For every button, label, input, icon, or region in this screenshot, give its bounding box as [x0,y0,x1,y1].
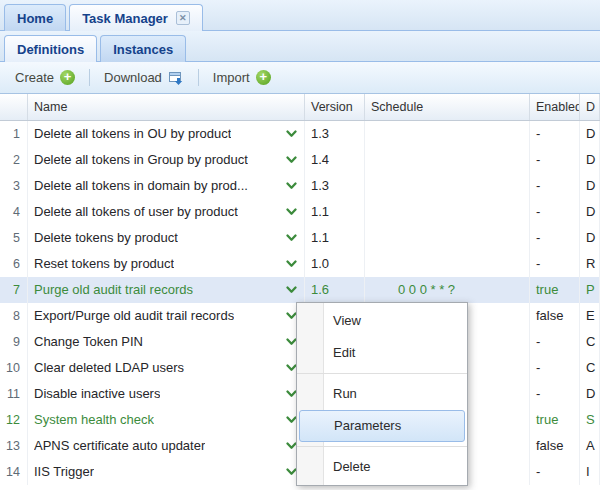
version-cell: 1.1 [305,199,365,225]
task-name: IIS Trigger [34,459,94,485]
table-row[interactable]: 4Delete all tokens of user by product1.1… [0,199,600,225]
task-name-cell: Reset tokens by product [28,251,305,277]
menu-separator [297,446,467,447]
toolbar-separator [198,69,199,86]
enabled-cell: - [530,251,580,277]
enabled-cell: - [530,329,580,355]
menu-item-run[interactable]: Run [297,378,467,410]
enabled-cell: false [530,433,580,459]
download-icon [168,70,184,86]
column-header-schedule[interactable]: Schedule [365,94,530,120]
schedule-cell [365,225,530,251]
enabled-cell: - [530,225,580,251]
task-name: Delete all tokens in domain by prod... [34,173,248,199]
import-button-label: Import [213,70,250,85]
menu-item-delete[interactable]: Delete [297,451,467,483]
enabled-cell: - [530,147,580,173]
schedule-cell [365,147,530,173]
task-name-cell: Delete all tokens in Group by product [28,147,305,173]
task-name-cell: Delete tokens by product [28,225,305,251]
column-header-description[interactable]: D [580,94,600,120]
import-button[interactable]: Import + [204,67,280,88]
main-tabbar: Home Task Manager ✕ [0,0,600,31]
row-number: 14 [0,459,28,485]
table-row[interactable]: 2Delete all tokens in Group by product1.… [0,147,600,173]
menu-item-parameters[interactable]: Parameters [299,410,465,442]
plus-circle-icon: + [60,70,75,85]
row-menu-chevron-icon[interactable] [286,260,297,268]
version-cell: 1.6 [305,277,365,303]
task-name: Reset tokens by product [34,251,174,277]
description-cell: C [580,355,600,381]
tab-home-label: Home [17,11,53,26]
download-button[interactable]: Download [95,67,193,89]
description-cell: E [580,303,600,329]
enabled-cell: true [530,277,580,303]
plus-circle-icon: + [256,70,271,85]
row-menu-chevron-icon[interactable] [286,156,297,164]
create-button-label: Create [15,70,54,85]
column-header-name[interactable]: Name [28,94,305,120]
task-name: Clear deleted LDAP users [34,355,184,381]
task-name: Delete tokens by product [34,225,178,251]
tab-instances[interactable]: Instances [100,35,186,62]
column-header-version[interactable]: Version [305,94,365,120]
menu-item-edit[interactable]: Edit [297,337,467,369]
tab-home[interactable]: Home [4,4,66,31]
row-menu-chevron-icon[interactable] [286,234,297,242]
description-cell: D [580,147,600,173]
task-name: Delete all tokens of user by product [34,199,238,225]
task-name-cell: Change Token PIN [28,329,305,355]
version-cell: 1.1 [305,225,365,251]
task-name-cell: Disable inactive users [28,381,305,407]
task-name-cell: System health check [28,407,305,433]
table-row[interactable]: 5Delete tokens by product1.1-D [0,225,600,251]
row-number: 3 [0,173,28,199]
task-name: Change Token PIN [34,329,143,355]
row-number: 6 [0,251,28,277]
row-menu-chevron-icon[interactable] [286,208,297,216]
toolbar: Create + Download Import + [0,62,600,94]
schedule-cell [365,121,530,147]
enabled-cell: - [530,381,580,407]
task-name: Export/Purge old audit trail records [34,303,234,329]
task-name-cell: Purge old audit trail records [28,277,305,303]
enabled-cell: false [530,303,580,329]
tab-task-manager[interactable]: Task Manager ✕ [69,4,203,31]
table-row[interactable]: 7Purge old audit trail records1.60 0 0 *… [0,277,600,303]
tab-definitions[interactable]: Definitions [4,35,97,62]
task-name: Purge old audit trail records [34,277,193,303]
task-name: APNS certificate auto updater [34,433,205,459]
description-cell: A [580,433,600,459]
menu-item-view[interactable]: View [297,305,467,337]
row-number: 11 [0,381,28,407]
enabled-cell: - [530,355,580,381]
version-cell: 1.4 [305,147,365,173]
task-name: System health check [34,407,154,433]
table-row[interactable]: 1Delete all tokens in OU by product1.3-D [0,121,600,147]
table-row[interactable]: 3Delete all tokens in domain by prod...1… [0,173,600,199]
enabled-cell: - [530,173,580,199]
task-name-cell: APNS certificate auto updater [28,433,305,459]
row-menu-chevron-icon[interactable] [286,130,297,138]
row-menu-chevron-icon[interactable] [286,182,297,190]
schedule-cell [365,251,530,277]
column-header-enabled[interactable]: Enabled [530,94,580,120]
description-cell: D [580,381,600,407]
task-name-cell: Delete all tokens in domain by prod... [28,173,305,199]
description-cell: D [580,121,600,147]
grid-header: Name Version Schedule Enabled D [0,94,600,121]
description-cell: P [580,277,600,303]
description-cell: D [580,225,600,251]
create-button[interactable]: Create + [6,67,84,88]
row-menu-chevron-icon[interactable] [286,286,297,294]
enabled-cell: true [530,407,580,433]
menu-separator [297,373,467,374]
description-cell: S [580,407,600,433]
close-tab-icon[interactable]: ✕ [176,11,190,25]
tab-task-manager-label: Task Manager [82,11,168,26]
table-row[interactable]: 6Reset tokens by product1.0-R [0,251,600,277]
row-number: 5 [0,225,28,251]
description-cell: C [580,329,600,355]
enabled-cell: - [530,199,580,225]
